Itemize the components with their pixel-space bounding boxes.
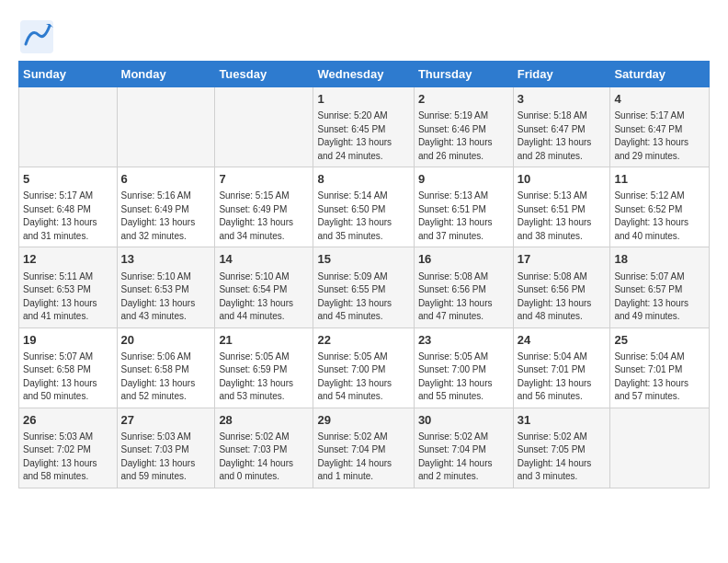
day-number: 7 xyxy=(219,171,309,188)
calendar-cell: 10Sunrise: 5:13 AM Sunset: 6:51 PM Dayli… xyxy=(513,167,610,247)
day-number: 19 xyxy=(23,332,113,349)
logo xyxy=(18,18,55,52)
day-number: 3 xyxy=(518,91,607,108)
page-header xyxy=(18,18,710,52)
calendar-week-row: 19Sunrise: 5:07 AM Sunset: 6:58 PM Dayli… xyxy=(19,327,710,408)
calendar-cell: 2Sunrise: 5:19 AM Sunset: 6:46 PM Daylig… xyxy=(414,87,513,167)
cell-content: Sunrise: 5:05 AM Sunset: 7:00 PM Dayligh… xyxy=(418,350,509,404)
calendar-week-row: 1Sunrise: 5:20 AM Sunset: 6:45 PM Daylig… xyxy=(19,87,710,167)
calendar-cell xyxy=(19,87,118,167)
cell-content: Sunrise: 5:10 AM Sunset: 6:54 PM Dayligh… xyxy=(219,270,309,324)
day-number: 6 xyxy=(121,171,211,188)
cell-content: Sunrise: 5:02 AM Sunset: 7:03 PM Dayligh… xyxy=(219,431,309,484)
days-header-row: SundayMondayTuesdayWednesdayThursdayFrid… xyxy=(19,62,710,87)
cell-content: Sunrise: 5:06 AM Sunset: 6:58 PM Dayligh… xyxy=(121,350,211,404)
cell-content: Sunrise: 5:02 AM Sunset: 7:04 PM Dayligh… xyxy=(418,431,509,484)
cell-content: Sunrise: 5:07 AM Sunset: 6:58 PM Dayligh… xyxy=(23,350,113,404)
day-number: 31 xyxy=(518,412,607,429)
cell-content: Sunrise: 5:09 AM Sunset: 6:55 PM Dayligh… xyxy=(317,270,409,324)
day-number: 22 xyxy=(317,332,409,349)
calendar-cell: 6Sunrise: 5:16 AM Sunset: 6:49 PM Daylig… xyxy=(117,167,215,247)
calendar-cell: 27Sunrise: 5:03 AM Sunset: 7:03 PM Dayli… xyxy=(117,408,215,488)
day-header-friday: Friday xyxy=(513,62,610,87)
calendar-cell: 13Sunrise: 5:10 AM Sunset: 6:53 PM Dayli… xyxy=(117,247,215,327)
day-number: 18 xyxy=(614,251,705,268)
cell-content: Sunrise: 5:13 AM Sunset: 6:51 PM Dayligh… xyxy=(518,190,607,243)
cell-content: Sunrise: 5:07 AM Sunset: 6:57 PM Dayligh… xyxy=(614,270,705,324)
day-number: 28 xyxy=(219,412,309,429)
calendar-cell: 29Sunrise: 5:02 AM Sunset: 7:04 PM Dayli… xyxy=(313,408,414,488)
cell-content: Sunrise: 5:17 AM Sunset: 6:48 PM Dayligh… xyxy=(23,190,113,243)
cell-content: Sunrise: 5:03 AM Sunset: 7:03 PM Dayligh… xyxy=(121,431,211,484)
calendar-cell: 26Sunrise: 5:03 AM Sunset: 7:02 PM Dayli… xyxy=(19,408,118,488)
day-number: 4 xyxy=(614,91,705,108)
calendar-cell: 15Sunrise: 5:09 AM Sunset: 6:55 PM Dayli… xyxy=(313,247,414,327)
calendar-cell: 8Sunrise: 5:14 AM Sunset: 6:50 PM Daylig… xyxy=(313,167,414,247)
calendar-cell: 22Sunrise: 5:05 AM Sunset: 7:00 PM Dayli… xyxy=(313,327,414,408)
cell-content: Sunrise: 5:15 AM Sunset: 6:49 PM Dayligh… xyxy=(219,190,309,243)
svg-rect-0 xyxy=(20,20,53,53)
logo-icon xyxy=(18,18,51,52)
calendar-cell: 30Sunrise: 5:02 AM Sunset: 7:04 PM Dayli… xyxy=(414,408,513,488)
calendar-cell: 25Sunrise: 5:04 AM Sunset: 7:01 PM Dayli… xyxy=(610,327,710,408)
cell-content: Sunrise: 5:10 AM Sunset: 6:53 PM Dayligh… xyxy=(121,270,211,324)
cell-content: Sunrise: 5:03 AM Sunset: 7:02 PM Dayligh… xyxy=(23,431,113,484)
calendar-cell: 4Sunrise: 5:17 AM Sunset: 6:47 PM Daylig… xyxy=(610,87,710,167)
cell-content: Sunrise: 5:12 AM Sunset: 6:52 PM Dayligh… xyxy=(614,190,705,243)
calendar-cell: 14Sunrise: 5:10 AM Sunset: 6:54 PM Dayli… xyxy=(215,247,313,327)
calendar-cell: 7Sunrise: 5:15 AM Sunset: 6:49 PM Daylig… xyxy=(215,167,313,247)
cell-content: Sunrise: 5:16 AM Sunset: 6:49 PM Dayligh… xyxy=(121,190,211,243)
calendar-cell xyxy=(215,87,313,167)
day-header-saturday: Saturday xyxy=(610,62,710,87)
cell-content: Sunrise: 5:04 AM Sunset: 7:01 PM Dayligh… xyxy=(518,350,607,404)
day-header-thursday: Thursday xyxy=(414,62,513,87)
calendar-cell: 20Sunrise: 5:06 AM Sunset: 6:58 PM Dayli… xyxy=(117,327,215,408)
cell-content: Sunrise: 5:18 AM Sunset: 6:47 PM Dayligh… xyxy=(518,109,607,163)
day-number: 11 xyxy=(614,171,705,188)
day-header-tuesday: Tuesday xyxy=(215,62,313,87)
cell-content: Sunrise: 5:13 AM Sunset: 6:51 PM Dayligh… xyxy=(418,190,509,243)
cell-content: Sunrise: 5:14 AM Sunset: 6:50 PM Dayligh… xyxy=(317,190,409,243)
day-number: 12 xyxy=(23,251,113,268)
day-number: 26 xyxy=(23,412,113,429)
day-header-wednesday: Wednesday xyxy=(313,62,414,87)
cell-content: Sunrise: 5:08 AM Sunset: 6:56 PM Dayligh… xyxy=(418,270,509,324)
calendar-cell: 24Sunrise: 5:04 AM Sunset: 7:01 PM Dayli… xyxy=(513,327,610,408)
cell-content: Sunrise: 5:05 AM Sunset: 6:59 PM Dayligh… xyxy=(219,350,309,404)
calendar-cell: 23Sunrise: 5:05 AM Sunset: 7:00 PM Dayli… xyxy=(414,327,513,408)
day-number: 14 xyxy=(219,251,309,268)
calendar-cell xyxy=(610,408,710,488)
day-number: 2 xyxy=(418,91,509,108)
calendar-table: SundayMondayTuesdayWednesdayThursdayFrid… xyxy=(18,61,710,488)
calendar-cell: 5Sunrise: 5:17 AM Sunset: 6:48 PM Daylig… xyxy=(19,167,118,247)
cell-content: Sunrise: 5:04 AM Sunset: 7:01 PM Dayligh… xyxy=(614,350,705,404)
cell-content: Sunrise: 5:19 AM Sunset: 6:46 PM Dayligh… xyxy=(418,109,509,163)
calendar-week-row: 12Sunrise: 5:11 AM Sunset: 6:53 PM Dayli… xyxy=(19,247,710,327)
cell-content: Sunrise: 5:05 AM Sunset: 7:00 PM Dayligh… xyxy=(317,350,409,404)
day-number: 1 xyxy=(317,91,409,108)
calendar-cell: 11Sunrise: 5:12 AM Sunset: 6:52 PM Dayli… xyxy=(610,167,710,247)
calendar-week-row: 26Sunrise: 5:03 AM Sunset: 7:02 PM Dayli… xyxy=(19,408,710,488)
day-number: 15 xyxy=(317,251,409,268)
calendar-cell: 31Sunrise: 5:02 AM Sunset: 7:05 PM Dayli… xyxy=(513,408,610,488)
day-number: 29 xyxy=(317,412,409,429)
day-number: 23 xyxy=(418,332,509,349)
calendar-cell: 18Sunrise: 5:07 AM Sunset: 6:57 PM Dayli… xyxy=(610,247,710,327)
day-number: 9 xyxy=(418,171,509,188)
day-number: 20 xyxy=(121,332,211,349)
day-number: 8 xyxy=(317,171,409,188)
day-number: 17 xyxy=(518,251,607,268)
day-number: 16 xyxy=(418,251,509,268)
calendar-cell: 1Sunrise: 5:20 AM Sunset: 6:45 PM Daylig… xyxy=(313,87,414,167)
day-number: 13 xyxy=(121,251,211,268)
calendar-cell: 21Sunrise: 5:05 AM Sunset: 6:59 PM Dayli… xyxy=(215,327,313,408)
calendar-cell: 19Sunrise: 5:07 AM Sunset: 6:58 PM Dayli… xyxy=(19,327,118,408)
day-number: 5 xyxy=(23,171,113,188)
calendar-cell: 17Sunrise: 5:08 AM Sunset: 6:56 PM Dayli… xyxy=(513,247,610,327)
day-number: 10 xyxy=(518,171,607,188)
calendar-cell: 12Sunrise: 5:11 AM Sunset: 6:53 PM Dayli… xyxy=(19,247,118,327)
day-number: 30 xyxy=(418,412,509,429)
calendar-cell: 28Sunrise: 5:02 AM Sunset: 7:03 PM Dayli… xyxy=(215,408,313,488)
day-header-monday: Monday xyxy=(117,62,215,87)
cell-content: Sunrise: 5:08 AM Sunset: 6:56 PM Dayligh… xyxy=(518,270,607,324)
